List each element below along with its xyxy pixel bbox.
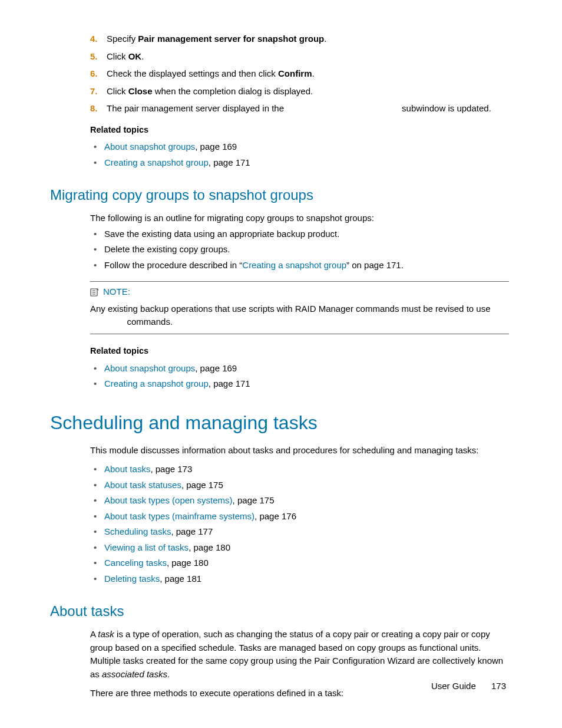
migrate-step: Follow the procedure described in “Creat… bbox=[104, 259, 509, 272]
heading-scheduling-managing-tasks: Scheduling and managing tasks bbox=[50, 409, 509, 437]
heading-migrating-copy-groups: Migrating copy groups to snapshot groups bbox=[50, 185, 509, 206]
toc-item: Deleting tasks, page 181 bbox=[104, 572, 509, 586]
link-task-types-mainframe[interactable]: About task types (mainframe systems) bbox=[104, 511, 254, 521]
toc-item: Viewing a list of tasks, page 180 bbox=[104, 541, 509, 555]
note-label-row: NOTE: bbox=[90, 285, 509, 299]
step-5: 5. Click OK. bbox=[90, 50, 509, 64]
note-icon bbox=[90, 288, 100, 297]
related-topics-heading: Related topics bbox=[90, 124, 509, 137]
step-num: 4. bbox=[90, 32, 107, 46]
page-footer: User Guide 173 bbox=[431, 680, 506, 693]
note-rule-top bbox=[90, 281, 509, 282]
note-body: Any existing backup operations that use … bbox=[90, 302, 509, 329]
step-text: Click Close when the completion dialog i… bbox=[107, 85, 313, 98]
link-creating-snapshot-group-2[interactable]: Creating a snapshot group bbox=[104, 378, 209, 388]
related-item: Creating a snapshot group, page 171 bbox=[104, 377, 509, 391]
step-text: Check the displayed settings and then cl… bbox=[107, 67, 315, 81]
note-rule-bottom bbox=[90, 334, 509, 334]
link-viewing-tasks[interactable]: Viewing a list of tasks bbox=[104, 542, 189, 552]
step-7: 7. Click Close when the completion dialo… bbox=[90, 85, 509, 98]
migrate-step: Delete the existing copy groups. bbox=[104, 243, 509, 256]
link-creating-snapshot-group[interactable]: Creating a snapshot group bbox=[104, 157, 209, 167]
note-block: NOTE: Any existing backup operations tha… bbox=[90, 281, 509, 334]
sched-toc: About tasks, page 173 About task statuse… bbox=[104, 463, 509, 585]
toc-item: About task types (mainframe systems), pa… bbox=[104, 510, 509, 523]
step-num: 6. bbox=[90, 67, 107, 81]
link-about-snapshot-groups[interactable]: About snapshot groups bbox=[104, 141, 195, 151]
related-topics-list-2: About snapshot groups, page 169 Creating… bbox=[104, 362, 509, 391]
step-4: 4. Specify Pair management server for sn… bbox=[90, 32, 509, 46]
link-canceling-tasks[interactable]: Canceling tasks bbox=[104, 558, 167, 568]
toc-item: About task types (open systems), page 17… bbox=[104, 494, 509, 508]
step-text: Click OK. bbox=[107, 50, 144, 64]
link-about-tasks[interactable]: About tasks bbox=[104, 464, 150, 474]
related-item: Creating a snapshot group, page 171 bbox=[104, 156, 509, 170]
note-label: NOTE: bbox=[103, 285, 130, 299]
ordered-steps: 4. Specify Pair management server for sn… bbox=[90, 32, 509, 116]
toc-item: Scheduling tasks, page 177 bbox=[104, 525, 509, 539]
step-8: 8. The pair management server displayed … bbox=[90, 102, 509, 116]
step-6: 6. Check the displayed settings and then… bbox=[90, 67, 509, 81]
migrate-steps: Save the existing data using an appropri… bbox=[104, 228, 509, 272]
toc-item: About tasks, page 173 bbox=[104, 463, 509, 476]
link-about-snapshot-groups-2[interactable]: About snapshot groups bbox=[104, 363, 195, 373]
link-deleting-tasks[interactable]: Deleting tasks bbox=[104, 574, 160, 584]
step-text: The pair management server displayed in … bbox=[107, 102, 491, 116]
heading-about-tasks: About tasks bbox=[50, 601, 509, 622]
step-num: 8. bbox=[90, 102, 107, 116]
migrate-intro: The following is an outline for migratin… bbox=[90, 212, 509, 225]
footer-label: User Guide bbox=[431, 681, 476, 691]
page-number: 173 bbox=[491, 681, 506, 691]
toc-item: About task statuses, page 175 bbox=[104, 479, 509, 492]
toc-item: Canceling tasks, page 180 bbox=[104, 556, 509, 570]
step-num: 7. bbox=[90, 85, 107, 98]
link-about-task-statuses[interactable]: About task statuses bbox=[104, 480, 181, 490]
sched-intro: This module discusses information about … bbox=[90, 444, 509, 457]
link-creating-snapshot-group-inline[interactable]: Creating a snapshot group bbox=[242, 260, 346, 270]
link-scheduling-tasks[interactable]: Scheduling tasks bbox=[104, 526, 171, 536]
related-topics-list-1: About snapshot groups, page 169 Creating… bbox=[104, 140, 509, 169]
related-item: About snapshot groups, page 169 bbox=[104, 140, 509, 154]
migrate-step: Save the existing data using an appropri… bbox=[104, 228, 509, 241]
related-topics-heading-2: Related topics bbox=[90, 345, 509, 358]
link-task-types-open[interactable]: About task types (open systems) bbox=[104, 495, 233, 505]
about-tasks-p1: A task is a type of operation, such as c… bbox=[90, 628, 509, 681]
related-item: About snapshot groups, page 169 bbox=[104, 362, 509, 375]
step-text: Specify Pair management server for snaps… bbox=[107, 32, 326, 46]
step-num: 5. bbox=[90, 50, 107, 64]
